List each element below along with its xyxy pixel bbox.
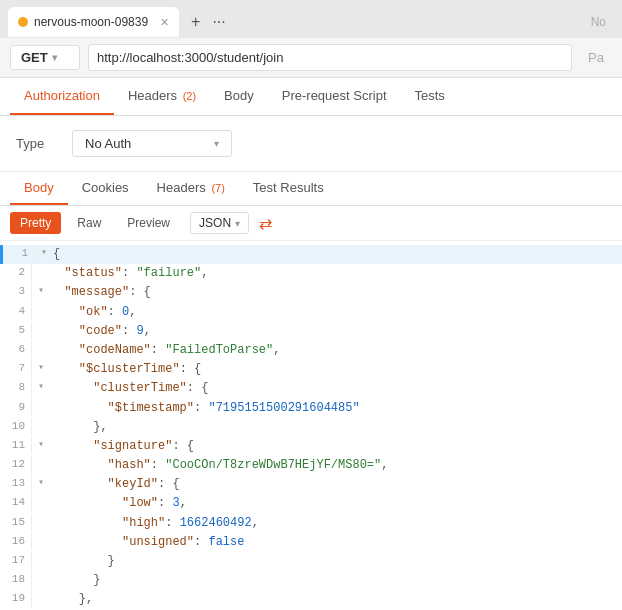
raw-button[interactable]: Raw: [67, 212, 111, 234]
line-content: {: [53, 245, 622, 264]
tab-headers[interactable]: Headers (2): [114, 78, 210, 115]
line-number: 15: [0, 514, 32, 532]
json-line: 19 },: [0, 590, 622, 609]
json-line: 5 "code": 9,: [0, 322, 622, 341]
auth-type-chevron-icon: ▾: [214, 138, 219, 149]
format-bar: Pretty Raw Preview JSON ▾ ⇄: [0, 206, 622, 241]
line-number: 4: [0, 303, 32, 321]
method-label: GET: [21, 50, 48, 65]
line-content: "ok": 0,: [50, 303, 622, 322]
line-number: 18: [0, 571, 32, 589]
browser-tab-bar: nervous-moon-09839 ✕ + ··· No: [0, 0, 622, 38]
tab-tests[interactable]: Tests: [401, 78, 459, 115]
format-selector[interactable]: JSON ▾: [190, 212, 249, 234]
json-line: 2 "status": "failure",: [0, 264, 622, 283]
line-content: },: [50, 418, 622, 437]
preview-button[interactable]: Preview: [117, 212, 180, 234]
line-number: 13: [0, 475, 32, 493]
json-output: 1▾{2 "status": "failure",3▾ "message": {…: [0, 241, 622, 610]
collapse-icon[interactable]: ▾: [38, 379, 50, 395]
line-content: "codeName": "FailedToParse",: [50, 341, 622, 360]
response-section: Body Cookies Headers (7) Test Results Pr…: [0, 172, 622, 610]
json-line: 16 "unsigned": false: [0, 533, 622, 552]
line-number: 16: [0, 533, 32, 551]
line-number: 11: [0, 437, 32, 455]
collapse-icon[interactable]: ▾: [41, 245, 53, 261]
json-line: 18 }: [0, 571, 622, 590]
collapse-icon[interactable]: ▾: [38, 283, 50, 299]
line-number: 19: [0, 590, 32, 608]
resp-tab-headers[interactable]: Headers (7): [143, 172, 239, 205]
json-line: 4 "ok": 0,: [0, 303, 622, 322]
json-line: 13▾ "keyId": {: [0, 475, 622, 494]
line-content: }: [50, 571, 622, 590]
resp-tab-body[interactable]: Body: [10, 172, 68, 205]
json-line: 11▾ "signature": {: [0, 437, 622, 456]
line-content: "signature": {: [50, 437, 622, 456]
line-content: "unsigned": false: [50, 533, 622, 552]
tab-pre-request-script[interactable]: Pre-request Script: [268, 78, 401, 115]
json-line: 8▾ "clusterTime": {: [0, 379, 622, 398]
type-label: Type: [16, 136, 56, 151]
line-number: 3: [0, 283, 32, 301]
json-line: 1▾{: [0, 245, 622, 264]
line-number: 14: [0, 494, 32, 512]
format-chevron-icon: ▾: [235, 218, 240, 229]
pretty-button[interactable]: Pretty: [10, 212, 61, 234]
more-tabs-button[interactable]: ···: [208, 11, 229, 33]
json-line: 12 "hash": "CooCOn/T8zreWDwB7HEjYF/MS80=…: [0, 456, 622, 475]
line-number: 7: [0, 360, 32, 378]
line-number: 17: [0, 552, 32, 570]
line-number: 5: [0, 322, 32, 340]
line-content: "$timestamp": "7195151500291604485": [50, 399, 622, 418]
line-content: "keyId": {: [50, 475, 622, 494]
add-tab-button[interactable]: +: [187, 11, 204, 33]
line-content: "hash": "CooCOn/T8zreWDwB7HEjYF/MS80=",: [50, 456, 622, 475]
collapse-icon[interactable]: ▾: [38, 360, 50, 376]
tab-authorization[interactable]: Authorization: [10, 78, 114, 115]
json-line: 6 "codeName": "FailedToParse",: [0, 341, 622, 360]
line-number: 9: [0, 399, 32, 417]
line-content: "clusterTime": {: [50, 379, 622, 398]
json-line: 14 "low": 3,: [0, 494, 622, 513]
auth-type-row: Type No Auth ▾: [0, 116, 622, 172]
json-line: 15 "high": 1662460492,: [0, 514, 622, 533]
line-content: "message": {: [50, 283, 622, 302]
line-content: "low": 3,: [50, 494, 622, 513]
json-line: 17 }: [0, 552, 622, 571]
line-content: }: [50, 552, 622, 571]
collapse-icon[interactable]: ▾: [38, 475, 50, 491]
method-chevron-icon: ▾: [52, 52, 57, 63]
tab-close-icon[interactable]: ✕: [160, 16, 169, 29]
json-line: 3▾ "message": {: [0, 283, 622, 302]
line-content: "$clusterTime": {: [50, 360, 622, 379]
request-tabs: Authorization Headers (2) Body Pre-reque…: [0, 78, 622, 116]
json-line: 10 },: [0, 418, 622, 437]
window-label: No: [591, 15, 614, 29]
line-content: "status": "failure",: [50, 264, 622, 283]
line-number: 12: [0, 456, 32, 474]
line-content: "high": 1662460492,: [50, 514, 622, 533]
line-number: 10: [0, 418, 32, 436]
tab-title: nervous-moon-09839: [34, 15, 148, 29]
line-number: 2: [0, 264, 32, 282]
line-content: "code": 9,: [50, 322, 622, 341]
json-line: 7▾ "$clusterTime": {: [0, 360, 622, 379]
line-number: 8: [0, 379, 32, 397]
json-line: 9 "$timestamp": "7195151500291604485": [0, 399, 622, 418]
line-number: 6: [0, 341, 32, 359]
method-selector[interactable]: GET ▾: [10, 45, 80, 70]
wrap-icon[interactable]: ⇄: [259, 214, 272, 233]
resp-tab-cookies[interactable]: Cookies: [68, 172, 143, 205]
send-label: Pa: [580, 50, 612, 65]
collapse-icon[interactable]: ▾: [38, 437, 50, 453]
auth-type-selector[interactable]: No Auth ▾: [72, 130, 232, 157]
browser-tab[interactable]: nervous-moon-09839 ✕: [8, 7, 179, 37]
resp-tab-test-results[interactable]: Test Results: [239, 172, 338, 205]
response-tabs: Body Cookies Headers (7) Test Results: [0, 172, 622, 206]
address-bar-row: GET ▾ Pa: [0, 38, 622, 78]
url-input[interactable]: [88, 44, 572, 71]
auth-type-value: No Auth: [85, 136, 131, 151]
tab-actions: + ···: [187, 11, 230, 33]
tab-body[interactable]: Body: [210, 78, 268, 115]
